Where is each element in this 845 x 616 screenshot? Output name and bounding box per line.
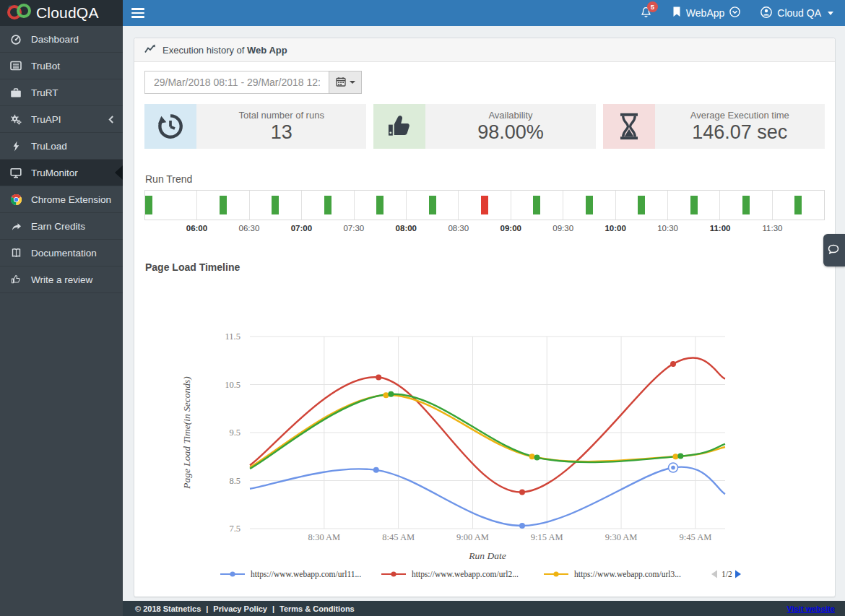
user-dropdown[interactable]: Cloud QA [760,6,833,20]
bookmark-icon [672,6,681,19]
separator: | [206,604,208,613]
data-point[interactable] [677,454,683,459]
run-bar-pass[interactable] [429,196,436,214]
terms-conditions-link[interactable]: Terms & Conditions [280,604,355,613]
legend-next-arrow[interactable] [735,571,741,578]
visit-website-link[interactable]: Visit website [787,604,835,613]
stat-card-total-runs: Total number of runs13 [144,104,366,149]
data-point[interactable] [519,489,525,495]
stat-card-label: Average Execution time [655,110,825,121]
run-trend-cell [720,191,772,220]
data-point[interactable] [519,523,525,529]
logo-text: CloudQA [36,4,99,22]
caret-down-icon [350,81,355,84]
run-bar-pass[interactable] [272,196,279,214]
data-point[interactable] [383,392,389,398]
sidebar-item-trubot[interactable]: TruBot [0,53,123,79]
run-trend-time-label: 11:30 [763,224,783,233]
x-tick-label: 9:30 AM [605,532,638,542]
data-point[interactable] [671,466,675,470]
date-range-row [144,71,825,94]
run-bar-pass[interactable] [533,196,540,214]
sidebar-item-trumonitor[interactable]: TruMonitor [0,160,123,186]
stat-card-availability: Availability98.00% [373,104,595,149]
topbar: 5 WebApp Cloud QA [123,0,845,26]
legend-prev-arrow[interactable] [711,571,717,578]
sidebar-item-truload[interactable]: TruLoad [0,133,123,160]
data-point[interactable] [534,455,540,461]
run-bar-pass[interactable] [586,196,593,214]
run-trend-time-label: 11:00 [710,224,731,233]
notifications-button[interactable]: 5 [640,6,652,21]
chart-svg: 7.58.59.510.511.58:30 AM8:45 AM9:00 AM9:… [144,325,825,585]
legend-item-0[interactable]: https://www.webapp.com/url11... [220,570,361,579]
data-point[interactable] [373,467,379,473]
sidebar: CloudQA DashboardTruBotTruRTTruAPITruLoa… [0,0,123,616]
data-point[interactable] [388,391,394,397]
run-trend-cell [459,191,511,220]
legend-item-1[interactable]: https://www.webapp.com/url2... [381,570,519,579]
run-trend-cell [302,191,354,220]
run-trend-cell [197,191,249,220]
run-trend-time-label: 07:30 [343,224,364,233]
run-trend-cell [250,191,302,220]
legend-page-indicator: 1/2 [722,570,732,578]
y-axis-title: Page Load Time(in Seconds) [181,376,192,490]
privacy-policy-link[interactable]: Privacy Policy [213,604,267,613]
legend-label: https://www.webapp.com/url3... [574,570,681,579]
feedback-widget-tab[interactable] [823,234,845,266]
sidebar-item-write-review[interactable]: Write a review [0,266,123,293]
run-trend-time-label: 09:00 [500,224,521,233]
content-area: Execution history of Web App Total numbe… [123,26,845,601]
data-point[interactable] [670,361,676,367]
chart-title: Page Load Timeline [145,261,825,273]
data-point[interactable] [529,454,535,459]
run-trend-strip [144,190,825,220]
run-bar-pass[interactable] [376,196,384,214]
run-bar-pass[interactable] [220,196,227,214]
sidebar-item-dashboard[interactable]: Dashboard [0,26,123,53]
share-icon [9,221,23,231]
run-bar-pass[interactable] [324,196,332,214]
date-range-input[interactable] [144,71,329,94]
sidebar-item-label: TruRT [31,87,58,98]
monitor-icon [9,168,23,178]
run-trend-cell [145,191,197,220]
sidebar-item-documentation[interactable]: Documentation [0,240,123,266]
y-tick-label: 7.5 [229,524,240,534]
page-load-timeline-chart[interactable]: 7.58.59.510.511.58:30 AM8:45 AM9:00 AM9:… [144,325,825,588]
chevron-circle-down-icon [729,6,740,19]
data-point[interactable] [376,375,381,381]
x-tick-label: 9:45 AM [679,532,711,542]
briefcase-icon [9,87,23,98]
run-bar-pass[interactable] [742,196,750,214]
run-bar-fail[interactable] [481,196,488,214]
run-bar-pass[interactable] [145,196,152,214]
cloudqa-logo-icon [5,1,32,25]
chevron-left-icon [108,116,114,123]
stat-card-value: 146.07 sec [655,121,825,144]
bolt-icon [9,141,23,152]
run-trend-time-label: 06:00 [186,224,207,233]
data-point[interactable] [672,454,678,459]
run-bar-pass[interactable] [690,196,698,214]
run-trend-time-label: 09:30 [552,224,573,233]
sidebar-item-label: Earn Credits [31,221,85,232]
hamburger-button[interactable] [131,0,156,26]
legend-item-2[interactable]: https://www.webapp.com/url3... [544,570,681,579]
run-bar-pass[interactable] [638,196,645,214]
x-tick-label: 9:00 AM [456,532,489,542]
sidebar-item-label: Write a review [31,274,92,285]
hourglass-icon [603,104,655,149]
notification-badge: 5 [647,1,658,12]
run-trend-cell [407,191,459,220]
sidebar-item-trurt[interactable]: TruRT [0,79,123,106]
series-line-2 [250,395,725,467]
sidebar-item-earn-credits[interactable]: Earn Credits [0,213,123,240]
project-dropdown[interactable]: WebApp [672,6,740,19]
sidebar-item-chrome-extension[interactable]: Chrome Extension [0,186,123,213]
sidebar-item-truapi[interactable]: TruAPI [0,106,123,133]
run-bar-pass[interactable] [794,196,802,214]
x-axis-title: Run Date [468,550,506,561]
calendar-button[interactable] [329,71,362,94]
